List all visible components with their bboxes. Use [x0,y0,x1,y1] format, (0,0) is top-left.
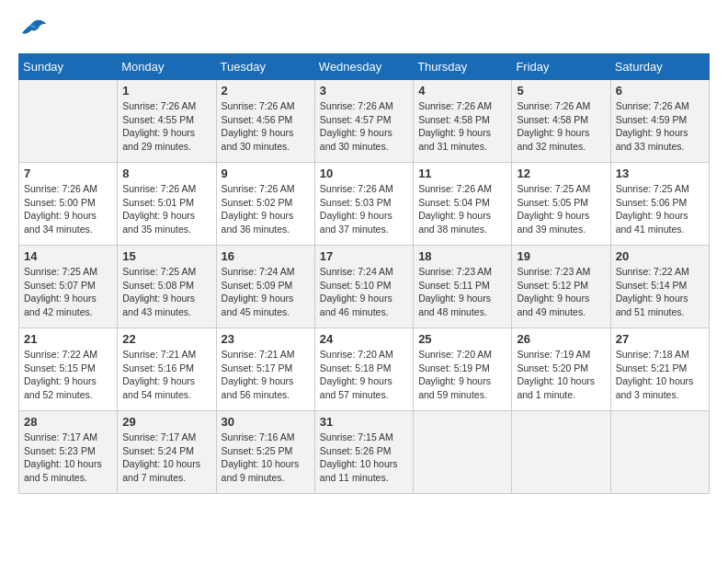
day-info: Sunrise: 7:22 AM Sunset: 5:15 PM Dayligh… [24,348,112,402]
calendar-cell: 5Sunrise: 7:26 AM Sunset: 4:58 PM Daylig… [512,80,610,163]
day-number: 14 [24,249,112,263]
day-number: 5 [517,84,605,98]
day-number: 28 [24,415,112,429]
day-number: 2 [222,84,310,98]
day-info: Sunrise: 7:24 AM Sunset: 5:09 PM Dayligh… [222,265,310,319]
day-number: 31 [320,415,408,429]
day-info: Sunrise: 7:26 AM Sunset: 5:04 PM Dayligh… [418,182,506,236]
day-number: 7 [24,167,112,180]
calendar-week-2: 7Sunrise: 7:26 AM Sunset: 5:00 PM Daylig… [19,163,710,246]
day-number: 15 [122,249,210,263]
day-number: 10 [320,167,408,180]
weekday-header-monday: Monday [118,54,216,80]
calendar-cell: 19Sunrise: 7:23 AM Sunset: 5:12 PM Dayli… [512,246,610,328]
day-number: 9 [222,167,310,180]
day-info: Sunrise: 7:23 AM Sunset: 5:11 PM Dayligh… [418,265,506,319]
day-info: Sunrise: 7:16 AM Sunset: 5:25 PM Dayligh… [222,431,310,485]
logo-icon [18,18,48,44]
day-info: Sunrise: 7:25 AM Sunset: 5:08 PM Dayligh… [122,265,210,319]
calendar-cell: 26Sunrise: 7:19 AM Sunset: 5:20 PM Dayli… [512,328,610,411]
day-info: Sunrise: 7:25 AM Sunset: 5:06 PM Dayligh… [616,182,704,236]
day-info: Sunrise: 7:25 AM Sunset: 5:07 PM Dayligh… [24,265,112,319]
day-number: 30 [222,415,310,429]
calendar-cell: 15Sunrise: 7:25 AM Sunset: 5:08 PM Dayli… [118,246,216,328]
day-number: 22 [122,332,210,346]
calendar-cell: 6Sunrise: 7:26 AM Sunset: 4:59 PM Daylig… [610,80,709,163]
day-number: 24 [320,332,408,346]
day-info: Sunrise: 7:26 AM Sunset: 4:58 PM Dayligh… [418,99,506,154]
day-info: Sunrise: 7:26 AM Sunset: 4:59 PM Dayligh… [616,99,704,154]
day-info: Sunrise: 7:26 AM Sunset: 5:01 PM Dayligh… [122,182,210,236]
calendar-cell: 11Sunrise: 7:26 AM Sunset: 5:04 PM Dayli… [414,163,512,246]
logo [18,18,51,44]
day-number: 1 [122,84,210,98]
calendar-cell: 20Sunrise: 7:22 AM Sunset: 5:14 PM Dayli… [610,246,709,328]
day-number: 21 [24,332,112,346]
calendar-table: SundayMondayTuesdayWednesdayThursdayFrid… [18,53,710,494]
day-number: 4 [418,84,506,98]
day-info: Sunrise: 7:26 AM Sunset: 5:02 PM Dayligh… [222,182,310,236]
day-info: Sunrise: 7:20 AM Sunset: 5:19 PM Dayligh… [418,348,506,402]
calendar-cell: 10Sunrise: 7:26 AM Sunset: 5:03 PM Dayli… [314,163,413,246]
calendar-cell: 27Sunrise: 7:18 AM Sunset: 5:21 PM Dayli… [610,328,709,411]
day-info: Sunrise: 7:26 AM Sunset: 4:58 PM Dayligh… [517,99,605,154]
calendar-week-1: 1Sunrise: 7:26 AM Sunset: 4:55 PM Daylig… [19,80,710,163]
day-info: Sunrise: 7:26 AM Sunset: 4:56 PM Dayligh… [222,99,310,154]
day-number: 27 [616,332,704,346]
day-info: Sunrise: 7:26 AM Sunset: 4:57 PM Dayligh… [320,99,408,154]
day-info: Sunrise: 7:21 AM Sunset: 5:16 PM Dayligh… [122,348,210,402]
day-number: 16 [222,249,310,263]
calendar-cell: 3Sunrise: 7:26 AM Sunset: 4:57 PM Daylig… [314,80,413,163]
calendar-cell: 23Sunrise: 7:21 AM Sunset: 5:17 PM Dayli… [216,328,314,411]
day-info: Sunrise: 7:26 AM Sunset: 5:03 PM Dayligh… [320,182,408,236]
calendar-header: SundayMondayTuesdayWednesdayThursdayFrid… [19,54,710,80]
calendar-cell: 21Sunrise: 7:22 AM Sunset: 5:15 PM Dayli… [19,328,118,411]
day-info: Sunrise: 7:22 AM Sunset: 5:14 PM Dayligh… [616,265,704,319]
day-number: 29 [122,415,210,429]
day-info: Sunrise: 7:25 AM Sunset: 5:05 PM Dayligh… [517,182,605,236]
day-info: Sunrise: 7:20 AM Sunset: 5:18 PM Dayligh… [320,348,408,402]
calendar-cell: 24Sunrise: 7:20 AM Sunset: 5:18 PM Dayli… [314,328,413,411]
day-info: Sunrise: 7:24 AM Sunset: 5:10 PM Dayligh… [320,265,408,319]
weekday-header-sunday: Sunday [19,54,118,80]
day-info: Sunrise: 7:19 AM Sunset: 5:20 PM Dayligh… [517,348,605,402]
calendar-cell: 16Sunrise: 7:24 AM Sunset: 5:09 PM Dayli… [216,246,314,328]
day-info: Sunrise: 7:17 AM Sunset: 5:24 PM Dayligh… [122,431,210,485]
day-number: 17 [320,249,408,263]
calendar-cell: 18Sunrise: 7:23 AM Sunset: 5:11 PM Dayli… [414,246,512,328]
calendar-cell: 7Sunrise: 7:26 AM Sunset: 5:00 PM Daylig… [19,163,118,246]
calendar-cell: 14Sunrise: 7:25 AM Sunset: 5:07 PM Dayli… [19,246,118,328]
day-info: Sunrise: 7:23 AM Sunset: 5:12 PM Dayligh… [517,265,605,319]
day-info: Sunrise: 7:21 AM Sunset: 5:17 PM Dayligh… [222,348,310,402]
day-number: 8 [122,167,210,180]
day-number: 13 [616,167,704,180]
weekday-header-wednesday: Wednesday [314,54,413,80]
calendar-cell [610,411,709,494]
day-info: Sunrise: 7:26 AM Sunset: 5:00 PM Dayligh… [24,182,112,236]
calendar-cell: 22Sunrise: 7:21 AM Sunset: 5:16 PM Dayli… [118,328,216,411]
weekday-header-thursday: Thursday [414,54,512,80]
calendar-cell: 1Sunrise: 7:26 AM Sunset: 4:55 PM Daylig… [118,80,216,163]
calendar-cell: 12Sunrise: 7:25 AM Sunset: 5:05 PM Dayli… [512,163,610,246]
calendar-cell: 30Sunrise: 7:16 AM Sunset: 5:25 PM Dayli… [216,411,314,494]
calendar-cell [512,411,610,494]
calendar-week-3: 14Sunrise: 7:25 AM Sunset: 5:07 PM Dayli… [19,246,710,328]
calendar-cell: 29Sunrise: 7:17 AM Sunset: 5:24 PM Dayli… [118,411,216,494]
calendar-cell: 25Sunrise: 7:20 AM Sunset: 5:19 PM Dayli… [414,328,512,411]
weekday-header-tuesday: Tuesday [216,54,314,80]
calendar-cell: 2Sunrise: 7:26 AM Sunset: 4:56 PM Daylig… [216,80,314,163]
day-number: 25 [418,332,506,346]
day-number: 23 [222,332,310,346]
day-number: 6 [616,84,704,98]
weekday-header-saturday: Saturday [610,54,709,80]
calendar-week-5: 28Sunrise: 7:17 AM Sunset: 5:23 PM Dayli… [19,411,710,494]
calendar-cell [19,80,118,163]
day-number: 3 [320,84,408,98]
calendar-cell: 8Sunrise: 7:26 AM Sunset: 5:01 PM Daylig… [118,163,216,246]
calendar-cell: 13Sunrise: 7:25 AM Sunset: 5:06 PM Dayli… [610,163,709,246]
day-number: 11 [418,167,506,180]
calendar-week-4: 21Sunrise: 7:22 AM Sunset: 5:15 PM Dayli… [19,328,710,411]
page-header [18,18,710,44]
day-number: 12 [517,167,605,180]
calendar-cell: 28Sunrise: 7:17 AM Sunset: 5:23 PM Dayli… [19,411,118,494]
